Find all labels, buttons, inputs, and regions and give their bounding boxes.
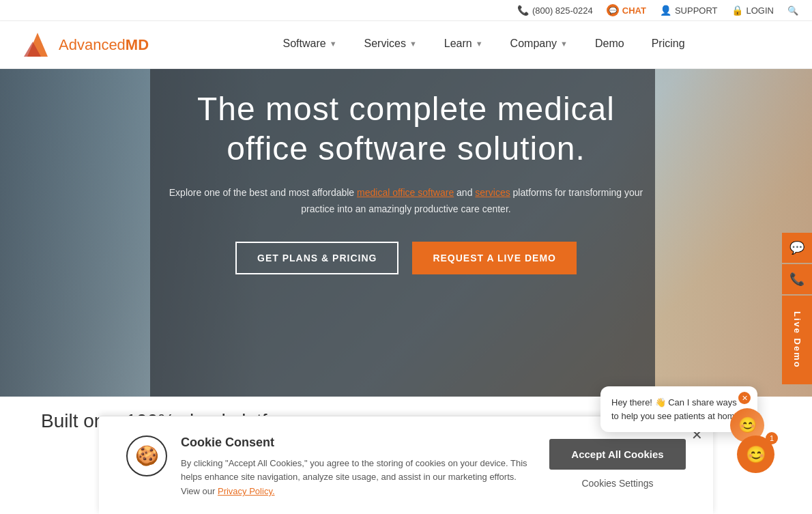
support-label: SUPPORT xyxy=(675,5,718,16)
logo-icon xyxy=(20,29,55,60)
get-plans-button[interactable]: GET PLANS & PRICING xyxy=(235,242,398,274)
nav-demo-label: Demo xyxy=(595,38,624,50)
nav-services[interactable]: Services ▼ xyxy=(351,21,431,69)
nav-learn-arrow: ▼ xyxy=(476,40,483,48)
chat-link[interactable]: 💬 CHAT xyxy=(607,4,646,16)
hero-section: The most complete medical office softwar… xyxy=(0,69,812,397)
hero-subtitle-pre: Explore one of the best and most afforda… xyxy=(169,187,357,198)
support-icon: 👤 xyxy=(660,5,671,16)
nav-pricing-label: Pricing xyxy=(652,38,685,50)
support-link[interactable]: 👤 SUPPORT xyxy=(660,5,718,16)
hero-subtitle-mid: and xyxy=(454,187,475,198)
cookie-body: By clicking "Accept All Cookies," you ag… xyxy=(181,457,536,499)
side-float-buttons: 💬 📞 Live Demo xyxy=(782,233,812,384)
chat-widget-text: Hey there! 👋 Can I share ways to help yo… xyxy=(611,396,746,423)
request-demo-button[interactable]: REQUEST A LIVE DEMO xyxy=(412,242,577,274)
nav-software-label: Software xyxy=(283,38,326,50)
nav-software[interactable]: Software ▼ xyxy=(270,21,351,69)
nav-software-arrow: ▼ xyxy=(330,40,337,48)
side-phone-button[interactable]: 📞 xyxy=(782,264,812,294)
nav-pricing[interactable]: Pricing xyxy=(638,21,699,69)
cookie-title: Cookie Consent xyxy=(181,436,536,450)
phone-link[interactable]: 📞 (800) 825-0224 xyxy=(517,5,593,16)
side-phone-icon: 📞 xyxy=(789,272,804,287)
nav-items: Software ▼ Services ▼ Learn ▼ Company ▼ … xyxy=(176,21,792,69)
nav-learn[interactable]: Learn ▼ xyxy=(431,21,497,69)
lock-icon: 🔒 xyxy=(731,5,743,16)
cookie-icon: 🍪 xyxy=(126,436,167,476)
side-chat-button[interactable]: 💬 xyxy=(782,233,812,263)
chat-label: CHAT xyxy=(622,5,646,16)
hero-content: The most complete medical office softwar… xyxy=(157,89,655,274)
main-nav: AdvancedMD Software ▼ Services ▼ Learn ▼… xyxy=(0,21,812,69)
nav-company-arrow: ▼ xyxy=(560,40,568,48)
hero-subtitle: Explore one of the best and most afforda… xyxy=(157,185,655,218)
side-demo-button[interactable]: Live Demo xyxy=(782,296,812,384)
nav-company[interactable]: Company ▼ xyxy=(497,21,581,69)
phone-icon: 📞 xyxy=(517,5,529,16)
hero-link-services[interactable]: services xyxy=(475,187,510,198)
login-link[interactable]: 🔒 LOGIN xyxy=(731,5,774,16)
search-link[interactable]: 🔍 xyxy=(787,5,798,16)
search-icon: 🔍 xyxy=(787,5,798,16)
side-chat-icon: 💬 xyxy=(789,240,804,255)
cookies-settings-link[interactable]: Cookies Settings xyxy=(581,478,653,489)
chat-widget-close-button[interactable]: ✕ xyxy=(738,392,751,404)
cookie-privacy-link[interactable]: Privacy Policy. xyxy=(218,486,275,496)
logo[interactable]: AdvancedMD xyxy=(20,29,149,60)
nav-company-label: Company xyxy=(510,38,557,50)
hero-link-software[interactable]: medical office software xyxy=(357,187,454,198)
notification-count: 1 xyxy=(766,432,778,444)
login-label: LOGIN xyxy=(746,5,774,16)
cookie-text-area: Cookie Consent By clicking "Accept All C… xyxy=(181,436,536,499)
hero-buttons: GET PLANS & PRICING REQUEST A LIVE DEMO xyxy=(157,242,655,274)
phone-number: (800) 825-0224 xyxy=(532,5,593,16)
nav-services-label: Services xyxy=(364,38,406,50)
reva-avatar[interactable]: 😊 1 xyxy=(737,436,774,473)
accept-cookies-button[interactable]: Accept All Cookies xyxy=(549,439,686,470)
hero-title: The most complete medical office softwar… xyxy=(157,89,655,168)
nav-demo[interactable]: Demo xyxy=(581,21,638,69)
nav-services-arrow: ▼ xyxy=(409,40,417,48)
top-bar: 📞 (800) 825-0224 💬 CHAT 👤 SUPPORT 🔒 LOGI… xyxy=(0,0,812,21)
cookie-actions: Accept All Cookies Cookies Settings xyxy=(549,436,686,489)
nav-learn-label: Learn xyxy=(444,38,472,50)
logo-text: AdvancedMD xyxy=(59,36,149,54)
chat-bubble-icon: 💬 xyxy=(607,4,619,16)
chat-widget: Hey there! 👋 Can I share ways to help yo… xyxy=(600,386,757,432)
